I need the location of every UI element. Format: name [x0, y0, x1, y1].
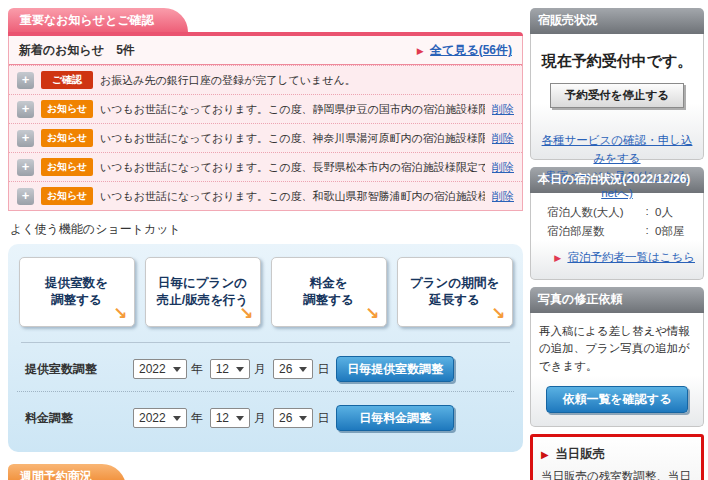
guest-count-value: 0人	[655, 205, 673, 220]
photo-request-box: 写真の修正依頼 再入稿による差し替えや情報の追加、プラン写真の追加ができます。 …	[530, 287, 704, 427]
room-count-label: 宿泊部屋数	[547, 224, 639, 239]
delete-link[interactable]: 削除	[492, 102, 514, 117]
chevron-down-icon	[236, 367, 244, 372]
shortcut-label: 料金を	[310, 275, 348, 292]
shortcut-label: 日毎にプランの	[158, 275, 247, 292]
same-day-sales-box[interactable]: ▶ 当日販売 当日販売の残室数調整、当日販売用プラン新規作成を行う事ができます。	[530, 434, 704, 480]
notice-row: + お知らせ いつもお世話になっております。この度、和歌山県那智勝浦町内の宿泊施…	[9, 181, 522, 210]
notice-text: いつもお世話になっております。この度、長野県松本市内の宿泊施設様限定で使える宿泊…	[100, 160, 485, 175]
sales-status-title: 宿販売状況	[530, 8, 704, 34]
year-suffix: 年	[191, 410, 203, 427]
expand-plus-button[interactable]: +	[17, 159, 34, 176]
shortcut-extend-plan-button[interactable]: プランの期間を 延長する ↘	[397, 257, 513, 327]
month-value: 12	[216, 362, 229, 376]
view-all-wrap: ▶ 全て見る(56件)	[417, 42, 512, 59]
shortcut-label: 調整する	[51, 292, 102, 309]
new-notices-count: 新着のお知らせ 5件	[19, 42, 135, 59]
daily-room-adjust-button[interactable]: 日毎提供室数調整	[336, 356, 454, 382]
accepting-status-text: 現在予約受付中です。	[539, 52, 695, 71]
notice-text: いつもお世話になっております。この度、和歌山県那智勝浦町内の宿泊施設様限定で使え…	[100, 189, 485, 204]
shortcut-adjust-rates-button[interactable]: 料金を 調整する ↘	[271, 257, 387, 327]
shortcut-adjust-rooms-button[interactable]: 提供室数を 調整する ↘	[19, 257, 135, 327]
notice-text: いつもお世話になっております。この度、静岡県伊豆の国市内の宿泊施設様限定で使える…	[100, 102, 485, 117]
request-list-button[interactable]: 依頼一覧を確認する	[546, 386, 688, 413]
shortcut-daily-plan-button[interactable]: 日毎にプランの 売止/販売を行う ↘	[145, 257, 261, 327]
services-link[interactable]: 各種サービスの確認・申し込みをする	[542, 134, 693, 164]
weekly-panel-title: 週間予約商況	[8, 464, 126, 480]
notices-panel: 重要なお知らせとご確認 新着のお知らせ 5件 ▶ 全て見る(56件) + ご確認…	[8, 8, 523, 211]
notice-badge-info: お知らせ	[41, 129, 93, 147]
day-value: 26	[279, 411, 292, 425]
shortcut-label: 提供室数を	[45, 275, 108, 292]
colon: :	[639, 205, 655, 220]
delete-link[interactable]: 削除	[492, 131, 514, 146]
room-adjust-row: 提供室数調整 2022 年 12 月 26 日 日毎提供室数調整	[17, 343, 514, 391]
today-status-box: 本日の宿泊状況(2022/12/26) 宿泊人数(大人) : 0人 宿泊部屋数 …	[530, 167, 704, 280]
notice-row: + お知らせ いつもお世話になっております。この度、静岡県伊豆の国市内の宿泊施設…	[9, 94, 522, 123]
day-select[interactable]: 26	[273, 359, 313, 379]
expand-plus-button[interactable]: +	[17, 188, 34, 205]
notices-panel-title: 重要なお知らせとご確認	[8, 8, 188, 32]
shortcut-label: 調整する	[303, 292, 354, 309]
notice-row: + お知らせ いつもお世話になっております。この度、長野県松本市内の宿泊施設様限…	[9, 152, 522, 181]
day-suffix: 日	[317, 410, 329, 427]
notice-badge-info: お知らせ	[41, 158, 93, 176]
diag-arrow-icon: ↘	[239, 303, 253, 326]
room-count-row: 宿泊部屋数 : 0部屋	[539, 222, 695, 241]
sales-status-box: 宿販売状況 現在予約受付中です。 予約受付を停止する 各種サービスの確認・申し込…	[530, 8, 704, 160]
month-suffix: 月	[254, 361, 266, 378]
chevron-down-icon	[173, 416, 181, 421]
room-adjust-label: 提供室数調整	[25, 361, 133, 378]
rate-adjust-row: 料金調整 2022 年 12 月 26 日 日毎料金調整	[17, 391, 514, 440]
year-select[interactable]: 2022	[133, 359, 187, 379]
view-all-link[interactable]: 全て見る(56件)	[430, 43, 512, 57]
shortcuts-title: よく使う機能のショートカット	[10, 221, 521, 238]
guest-count-label: 宿泊人数(大人)	[547, 205, 639, 220]
year-suffix: 年	[191, 361, 203, 378]
year-value: 2022	[139, 362, 166, 376]
year-value: 2022	[139, 411, 166, 425]
delete-link[interactable]: 削除	[492, 160, 514, 175]
reservation-list-link[interactable]: 宿泊予約者一覧はこちら	[567, 251, 695, 263]
day-select[interactable]: 26	[273, 408, 313, 428]
same-day-sales-title: 当日販売	[555, 447, 605, 461]
diag-arrow-icon: ↘	[491, 303, 505, 326]
guest-count-row: 宿泊人数(大人) : 0人	[539, 203, 695, 222]
arrow-right-icon: ▶	[554, 253, 561, 263]
chevron-down-icon	[299, 416, 307, 421]
month-value: 12	[216, 411, 229, 425]
year-select[interactable]: 2022	[133, 408, 187, 428]
notice-row: + お知らせ いつもお世話になっております。この度、神奈川県湯河原町内の宿泊施設…	[9, 123, 522, 152]
notices-panel-header: 重要なお知らせとご確認	[8, 8, 523, 32]
delete-link[interactable]: 削除	[492, 189, 514, 204]
notices-subheader: 新着のお知らせ 5件 ▶ 全て見る(56件)	[9, 36, 522, 65]
stop-accepting-button[interactable]: 予約受付を停止する	[550, 83, 684, 108]
shortcut-label: プランの期間を	[410, 275, 499, 292]
arrow-right-icon: ▶	[541, 449, 549, 460]
notice-text: お振込み先の銀行口座の登録が完了していません。	[100, 73, 514, 88]
month-select[interactable]: 12	[210, 359, 250, 379]
sidebar: 宿販売状況 現在予約受付中です。 予約受付を停止する 各種サービスの確認・申し込…	[530, 8, 704, 480]
chevron-down-icon	[299, 367, 307, 372]
chevron-down-icon	[236, 416, 244, 421]
day-value: 26	[279, 362, 292, 376]
expand-plus-button[interactable]: +	[17, 72, 34, 89]
same-day-sales-text: 当日販売の残室数調整、当日販売用プラン新規作成を行う事ができます。	[541, 468, 693, 480]
rate-adjust-label: 料金調整	[25, 410, 133, 427]
expand-plus-button[interactable]: +	[17, 130, 34, 147]
month-select[interactable]: 12	[210, 408, 250, 428]
expand-plus-button[interactable]: +	[17, 101, 34, 118]
chevron-down-icon	[173, 367, 181, 372]
main-column: 重要なお知らせとご確認 新着のお知らせ 5件 ▶ 全て見る(56件) + ご確認…	[8, 8, 523, 480]
colon: :	[639, 224, 655, 239]
month-suffix: 月	[254, 410, 266, 427]
notice-text: いつもお世話になっております。この度、神奈川県湯河原町内の宿泊施設様限定で使える…	[100, 131, 485, 146]
weekly-panel: 週間予約商況	[8, 464, 523, 480]
notice-badge-info: お知らせ	[41, 187, 93, 205]
shortcuts-panel: 提供室数を 調整する ↘ 日毎にプランの 売止/販売を行う ↘ 料金を 調整する…	[8, 244, 523, 452]
shortcut-label: 売止/販売を行う	[157, 292, 249, 309]
notice-row: + ご確認 お振込み先の銀行口座の登録が完了していません。	[9, 65, 522, 94]
diag-arrow-icon: ↘	[365, 303, 379, 326]
room-count-value: 0部屋	[655, 224, 684, 239]
daily-rate-adjust-button[interactable]: 日毎料金調整	[336, 405, 454, 431]
